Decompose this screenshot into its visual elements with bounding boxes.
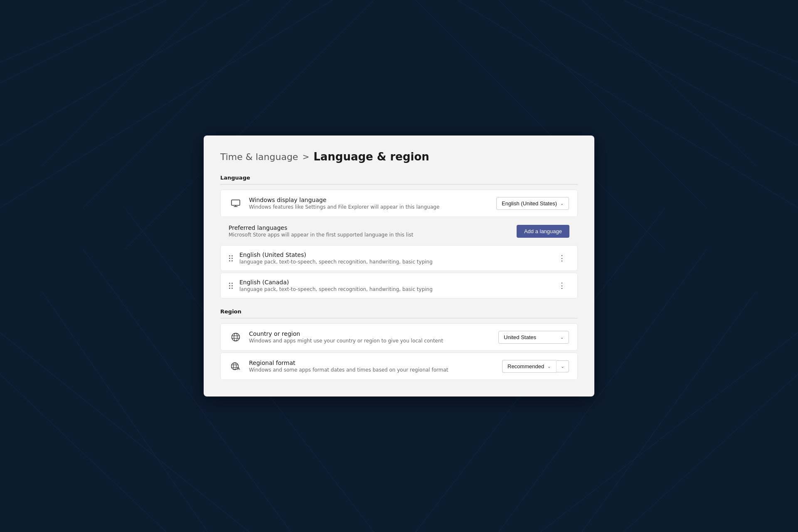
regional-format-action: Recommended ⌄ ⌄	[502, 360, 569, 373]
country-region-title: Country or region	[249, 330, 492, 337]
language-en-ca-name: English (Canada)	[239, 279, 548, 286]
regional-format-icon: A	[229, 362, 242, 371]
language-en-us-more-button[interactable]: ⋮	[555, 252, 569, 264]
globe-icon	[229, 332, 242, 342]
windows-display-language-value: English (United States)	[502, 200, 557, 207]
chevron-down-icon: ⌄	[560, 201, 564, 206]
add-language-button[interactable]: Add a language	[517, 225, 569, 238]
language-en-ca-content: English (Canada) language pack, text-to-…	[239, 279, 548, 292]
breadcrumb-parent: Time & language	[220, 152, 298, 162]
language-item-en-ca: English (Canada) language pack, text-to-…	[220, 273, 578, 298]
dot	[232, 255, 233, 256]
dot	[229, 285, 230, 286]
svg-point-35	[234, 333, 237, 341]
language-en-ca-features: language pack, text-to-speech, speech re…	[239, 286, 548, 292]
region-section: Region Country or region Windows and app…	[220, 308, 578, 380]
language-divider	[220, 184, 578, 185]
preferred-languages-title: Preferred languages	[229, 224, 414, 231]
country-region-dropdown[interactable]: United States ⌄	[498, 331, 569, 344]
dot	[229, 288, 230, 289]
country-region-value: United States	[504, 334, 536, 340]
regional-format-dropdown-group: Recommended ⌄ ⌄	[502, 360, 569, 373]
regional-format-desc: Windows and some apps format dates and t…	[249, 367, 495, 373]
region-section-label: Region	[220, 308, 578, 315]
regional-format-title: Regional format	[249, 360, 495, 366]
preferred-languages-section: Preferred languages Microsoft Store apps…	[220, 219, 578, 244]
dot	[229, 258, 230, 259]
language-en-us-features: language pack, text-to-speech, speech re…	[239, 259, 548, 265]
settings-panel: Time & language > Language & region Lang…	[204, 135, 594, 397]
regional-format-dropdown[interactable]: Recommended ⌄	[502, 360, 556, 373]
country-region-content: Country or region Windows and apps might…	[249, 330, 492, 344]
dot	[229, 283, 230, 284]
svg-rect-31	[232, 200, 240, 205]
country-region-card: Country or region Windows and apps might…	[220, 323, 578, 351]
country-region-action: United States ⌄	[498, 331, 569, 344]
dot	[232, 258, 233, 259]
dot	[229, 255, 230, 256]
drag-handle-en-ca[interactable]	[229, 283, 233, 289]
region-divider	[220, 318, 578, 318]
breadcrumb-current: Language & region	[313, 150, 429, 163]
regional-format-expand-button[interactable]: ⌄	[556, 360, 569, 372]
svg-point-39	[234, 363, 236, 370]
windows-display-language-title: Windows display language	[249, 197, 490, 203]
dot	[232, 260, 233, 261]
language-en-ca-more-button[interactable]: ⋮	[555, 279, 569, 292]
language-en-us-content: English (United States) language pack, t…	[239, 251, 548, 265]
language-section: Language Windows display language Window…	[220, 175, 578, 298]
dot	[232, 285, 233, 286]
language-section-label: Language	[220, 175, 578, 181]
dot	[229, 260, 230, 261]
breadcrumb-separator: >	[302, 152, 309, 162]
language-item-en-us: English (United States) language pack, t…	[220, 245, 578, 271]
regional-format-content: Regional format Windows and some apps fo…	[249, 360, 495, 373]
dot	[232, 283, 233, 284]
windows-display-language-content: Windows display language Windows feature…	[249, 197, 490, 210]
svg-text:A: A	[237, 367, 240, 371]
regional-format-value: Recommended	[507, 363, 544, 369]
language-en-us-name: English (United States)	[239, 251, 548, 258]
preferred-languages-desc: Microsoft Store apps will appear in the …	[229, 232, 414, 238]
country-region-desc: Windows and apps might use your country …	[249, 338, 492, 344]
dot	[232, 288, 233, 289]
monitor-icon	[229, 200, 242, 207]
windows-display-language-desc: Windows features like Settings and File …	[249, 204, 490, 210]
chevron-down-icon: ⌄	[547, 364, 551, 369]
windows-display-language-action: English (United States) ⌄	[496, 197, 569, 210]
drag-handle-en-us[interactable]	[229, 255, 233, 261]
breadcrumb: Time & language > Language & region	[220, 150, 578, 163]
regional-format-card: A Regional format Windows and some apps …	[220, 352, 578, 380]
chevron-down-icon: ⌄	[560, 335, 564, 340]
preferred-languages-info: Preferred languages Microsoft Store apps…	[229, 224, 414, 238]
svg-point-34	[232, 333, 240, 341]
windows-display-language-card: Windows display language Windows feature…	[220, 190, 578, 217]
windows-display-language-dropdown[interactable]: English (United States) ⌄	[496, 197, 569, 210]
